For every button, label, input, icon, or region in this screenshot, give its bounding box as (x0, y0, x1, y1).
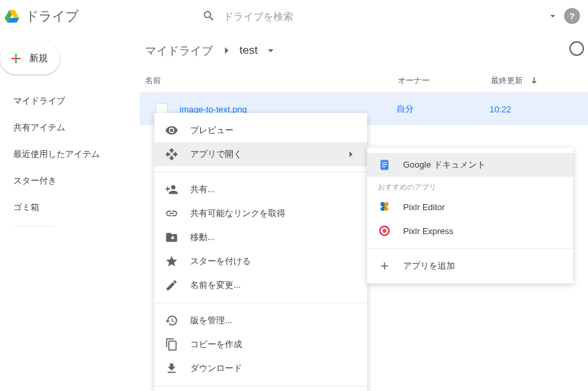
menu-divider (154, 303, 367, 303)
open-with-submenu: Google ドキュメント おすすめのアプリ Pixlr Editor Pixl… (367, 148, 573, 283)
menu-star[interactable]: スターを付ける (154, 249, 367, 273)
breadcrumb-current[interactable]: test (239, 44, 257, 57)
submenu-add-app[interactable]: アプリを追加 (367, 254, 573, 278)
circle-gradient-icon (378, 224, 391, 237)
menu-versions[interactable]: 版を管理... (154, 309, 367, 332)
search-icon (202, 9, 216, 23)
menu-get-link[interactable]: 共有可能なリンクを取得 (154, 201, 367, 225)
submenu-pixlr-express[interactable]: Pixlr Express (367, 219, 573, 243)
menu-divider (154, 172, 367, 172)
star-icon (165, 255, 178, 268)
menu-rename[interactable]: 名前を変更... (154, 273, 367, 297)
info-icon[interactable] (569, 41, 584, 56)
file-owner: 自分 (396, 103, 490, 115)
sidebar-item-starred[interactable]: スター付き (0, 168, 140, 194)
svg-rect-6 (382, 166, 385, 167)
svg-point-8 (382, 229, 386, 233)
app-title: ドライブ (25, 7, 78, 25)
drive-logo-icon (4, 8, 20, 24)
eye-icon (165, 124, 178, 137)
help-icon[interactable]: ? (564, 8, 580, 24)
menu-download[interactable]: ダウンロード (154, 356, 367, 380)
submenu-recommended-header: おすすめのアプリ (367, 177, 573, 195)
submenu-google-docs[interactable]: Google ドキュメント (367, 153, 573, 177)
menu-preview[interactable]: プレビュー (154, 118, 367, 142)
download-icon (165, 362, 178, 375)
sort-down-icon (528, 75, 540, 87)
file-time: 10:22 (490, 104, 543, 114)
copy-icon (165, 338, 178, 351)
new-button-label: 新規 (29, 53, 48, 65)
sidebar: 新規 マイドライブ 共有アイテム 最近使用したアイテム スター付き ゴミ箱 (0, 32, 140, 391)
menu-open-with[interactable]: アプリで開く (154, 142, 367, 166)
breadcrumb: マイドライブ test (140, 41, 588, 60)
sidebar-item-mydrive[interactable]: マイドライブ (0, 88, 140, 114)
svg-rect-4 (382, 162, 387, 163)
search-input[interactable] (223, 11, 547, 22)
search-bar[interactable] (194, 3, 567, 29)
butterfly-icon (378, 200, 391, 213)
person-add-icon (165, 183, 178, 196)
history-icon (165, 314, 178, 327)
breadcrumb-root[interactable]: マイドライブ (145, 43, 213, 59)
chevron-right-icon (220, 44, 233, 57)
folder-move-icon (165, 231, 178, 244)
col-modified[interactable]: 最終更新 (491, 75, 564, 87)
menu-move[interactable]: 移動... (154, 225, 367, 249)
col-owner[interactable]: オーナー (398, 75, 491, 86)
docs-icon (378, 158, 391, 172)
link-icon (165, 207, 178, 220)
edit-icon (165, 279, 178, 292)
sidebar-item-recent[interactable]: 最近使用したアイテム (0, 141, 140, 168)
svg-rect-5 (382, 164, 387, 165)
context-menu: プレビュー アプリで開く 共有... 共有可能なリンクを取得 移動... スター… (154, 113, 367, 391)
submenu-divider (367, 248, 573, 249)
sidebar-item-trash[interactable]: ゴミ箱 (0, 194, 140, 221)
col-name[interactable]: 名前 (145, 75, 398, 86)
submenu-pixlr-editor[interactable]: Pixlr Editor (367, 195, 573, 219)
plus-icon (378, 259, 391, 273)
menu-share[interactable]: 共有... (154, 178, 367, 201)
sidebar-divider (13, 226, 53, 227)
menu-divider (154, 386, 367, 386)
chevron-right-icon (345, 148, 357, 160)
plus-icon (8, 51, 24, 66)
column-headers: 名前 オーナー 最終更新 (140, 69, 588, 93)
open-with-icon (165, 148, 178, 161)
menu-copy[interactable]: コピーを作成 (154, 332, 367, 356)
new-button[interactable]: 新規 (0, 43, 60, 74)
chevron-down-icon[interactable] (264, 44, 277, 57)
search-options-icon[interactable] (547, 10, 559, 22)
sidebar-item-shared[interactable]: 共有アイテム (0, 114, 140, 141)
